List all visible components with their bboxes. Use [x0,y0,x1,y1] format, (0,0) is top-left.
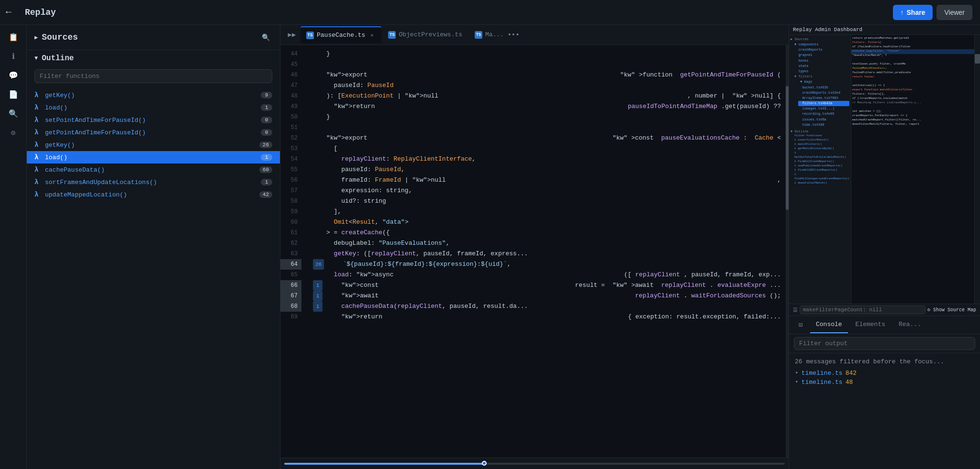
code-line: "kw">export "kw">const pauseEvaluationsC… [313,133,781,143]
back-button[interactable]: ← [0,7,17,18]
main-layout: 📋 ℹ 💬 📄 🔍 ⊙ ▶ Sources 🔍 ▼ Outline [0,25,980,469]
timeline-cursor[interactable] [482,461,487,466]
tab-close-button[interactable]: ✕ [368,32,376,39]
function-name: getPointAndTimeForPauseId() [45,129,258,136]
code-line: } [313,112,781,122]
code-line: > = createCache({ [313,228,781,238]
filter-page-count-input[interactable] [800,305,925,314]
tab-pausecache[interactable]: TS PauseCache.ts ✕ [301,26,381,44]
tab-ma[interactable]: TS Ma... ••• [469,26,526,44]
code-line: } [313,49,781,59]
function-list-item[interactable]: λ load() 1 [27,151,280,164]
sidebar-header: ▶ Sources 🔍 [27,25,280,50]
rea-tab[interactable]: Rea... [893,317,927,333]
code-line: pauseId: PauseId [313,80,781,91]
code-line: 1 "kw">const result = "kw">await replayC… [313,280,781,291]
outline-chevron-icon: ▼ [34,55,38,62]
scrollbar-thumb[interactable] [786,86,789,210]
function-hit-badge: 1 [261,104,272,111]
code-text: "kw">const [326,280,568,291]
app-title: Replay [17,8,56,17]
console-number-1: 842 [846,370,857,377]
line-number: 48 [280,91,301,101]
nav-info[interactable]: ℹ [5,48,22,65]
function-name: setPointAndTimeForPauseId() [45,117,258,124]
function-name: load() [45,154,258,161]
code-line: replayClient: ReplayClientInterface, [313,154,781,164]
code-line: ): [ExecutionPoint | "kw">null, number |… [313,91,781,101]
tab-label-2: ObjectPreviews.ts [399,31,462,38]
filter-functions-input[interactable] [34,69,272,83]
viewer-button[interactable]: Viewer [936,5,972,20]
function-list-item[interactable]: λ getKey() 9 [27,89,280,101]
function-list-item[interactable]: λ setPointAndTimeForPauseId() 0 [27,114,280,126]
sidebar: ▶ Sources 🔍 ▼ Outline λ getKey() 9 λ loa… [27,25,280,469]
timeline [280,458,789,469]
function-list-item[interactable]: λ updateMappedLocation() 42 [27,188,280,201]
nav-target[interactable]: ⊙ [5,124,22,142]
hit-badge: 1 [313,280,323,291]
code-line: debugLabel: "PauseEvaluations", [313,238,781,249]
lambda-icon: λ [34,104,42,111]
play-button[interactable]: ▶▶ [284,27,300,43]
code-content[interactable]: } "kw">export "kw">function getPointAndT… [305,45,789,458]
function-hit-badge: 0 [261,117,272,123]
console-tab[interactable]: Console [810,317,848,333]
line-number: 62 [280,238,301,249]
function-list-item[interactable]: λ getKey() 26 [27,139,280,151]
tab-objectpreviews[interactable]: TS ObjectPreviews.ts [382,26,468,44]
console-filename-1: timeline.ts [802,370,843,377]
line-number: 45 [280,59,301,70]
tab-label: PauseCache.ts [317,32,365,39]
function-list-item[interactable]: λ sortFramesAndUpdateLocations() 1 [27,176,280,188]
nav-search[interactable]: 🔍 [5,105,22,122]
line-number: 46 [280,70,301,80]
code-text: Omit<Result, "data"> [313,217,781,228]
console-filter-wrap [789,334,980,353]
header-actions: ↑ Share Viewer [893,5,980,20]
line-number: 60 [280,217,301,228]
timeline-bar[interactable] [284,463,785,465]
line-number: 55 [280,164,301,175]
code-line: expression: string, [313,185,781,196]
nav-chat[interactable]: 💬 [5,67,22,84]
console-content: 26 messages filtered before the focus...… [789,353,980,469]
function-hit-badge: 42 [259,191,272,198]
line-number: 57 [280,185,301,196]
function-list-item[interactable]: λ cachePauseData() 60 [27,164,280,176]
function-list: λ getKey() 9 λ load() 1 λ setPointAndTim… [27,87,280,469]
lambda-icon: λ [34,141,42,149]
function-list-item[interactable]: λ load() 1 [27,101,280,114]
scrollbar[interactable] [786,45,789,458]
code-text: } [313,112,781,122]
tab-bar: ▶▶ TS PauseCache.ts ✕ TS ObjectPreviews.… [280,25,789,45]
tab-more-button[interactable]: ••• [507,28,520,42]
line-number: 47 [280,80,301,91]
elements-tab[interactable]: Elements [850,317,891,333]
line-number: 65 [280,270,301,280]
console-tab-bar: ⊡ Console Elements Rea... [789,316,980,334]
ts-badge-2: TS [388,31,396,39]
lambda-icon: λ [34,178,42,186]
code-text: } [313,49,781,59]
code-line [313,122,781,133]
ts-badge-3: TS [475,31,482,39]
replay-admin-label: Replay Admin Dashboard [793,27,862,33]
code-text: uid?: string [313,196,781,207]
function-name: updateMappedLocation() [45,191,256,198]
nav-book[interactable]: 📋 [5,29,22,46]
sidebar-search-button[interactable]: 🔍 [259,31,272,44]
code-text: expression: string, [313,185,781,196]
function-list-item[interactable]: λ getPointAndTimeForPauseId() 0 [27,126,280,139]
code-text: "kw">return [313,312,620,322]
code-text: getKey: ([replayClient, pauseId, frameId… [313,249,781,259]
code-line: 1 "kw">await replayClient.waitForLoadedS… [313,291,781,301]
line-number: 52 [280,133,301,143]
share-button[interactable]: ↑ Share [893,5,933,20]
code-line: pauseId: PauseId, [313,164,781,175]
console-filter-input[interactable] [794,337,975,350]
code-text: > = createCache({ [313,228,781,238]
nav-file[interactable]: 📄 [5,86,22,103]
function-name: sortFramesAndUpdateLocations() [45,179,258,186]
console-number-2: 48 [846,379,853,386]
